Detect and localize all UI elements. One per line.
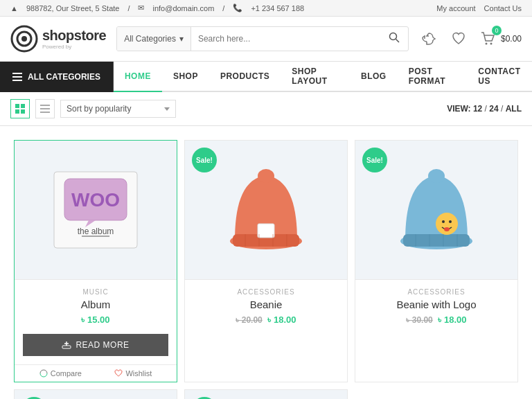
toolbar: Sort by popularity Sort by latest Sort b…	[0, 92, 532, 126]
address-text: 988782, Our Street, 5 State	[26, 4, 120, 12]
product-image-bottom-1: Sale!	[15, 390, 177, 399]
nav-item-shop[interactable]: SHOP	[162, 62, 209, 92]
svg-point-34	[442, 220, 445, 223]
nav-item-blog[interactable]: BLOG	[350, 62, 398, 92]
svg-rect-11	[40, 105, 50, 106]
cart-badge: 0	[492, 26, 502, 35]
navigation: ALL CATEGORIES HOME SHOP PRODUCTS SHOP L…	[0, 62, 532, 92]
hamburger-icon	[12, 73, 22, 81]
grid-view-button[interactable]	[10, 99, 30, 118]
my-account-link[interactable]: My account	[436, 4, 475, 12]
toolbar-right: VIEW: 12 / 24 / ALL	[447, 104, 522, 114]
product-category-beanie-logo: ACCESSORIES	[364, 288, 509, 296]
product-actions-album: Compare Wishlist	[15, 364, 177, 382]
sale-badge-beanie: Sale!	[192, 148, 217, 172]
old-price-beanie-logo: ৳ 30.00	[406, 315, 432, 325]
nav-item-post-format[interactable]: POST FORMAT	[398, 62, 468, 92]
top-bar: ▲ 988782, Our Street, 5 State / ✉ info@d…	[0, 0, 532, 17]
cart-wrapper[interactable]: 0 $0.00	[479, 29, 522, 48]
product-image-album: WOO the album	[15, 141, 177, 279]
svg-rect-12	[40, 108, 50, 109]
search-icon	[389, 32, 400, 43]
products-grid: WOO the album MUSIC Album ৳ 15.00 READ M…	[0, 126, 532, 399]
compare-icon	[39, 369, 48, 378]
nav-item-products[interactable]: PRODUCTS	[209, 62, 281, 92]
old-price-beanie: ৳ 20.00	[236, 315, 262, 325]
search-button[interactable]	[380, 27, 408, 51]
view-all-link[interactable]: ALL	[506, 104, 522, 114]
view-12-link[interactable]: 12	[473, 104, 482, 114]
product-image-bottom-2: Sale!	[185, 390, 347, 399]
phone-text: +1 234 567 188	[251, 4, 304, 12]
price-value-beanie: ৳ 18.00	[267, 314, 296, 325]
logo[interactable]: shopstore Powered by	[10, 25, 106, 53]
logo-text: shopstore Powered by	[42, 28, 106, 50]
location-icon: ▲	[10, 4, 18, 12]
list-view-button[interactable]	[35, 99, 55, 118]
read-more-button-album[interactable]: READ MORE	[23, 334, 168, 356]
product-card-album: WOO the album MUSIC Album ৳ 15.00 READ M…	[14, 140, 177, 382]
svg-point-35	[449, 220, 452, 223]
contact-us-link[interactable]: Contact Us	[484, 4, 522, 12]
nav-item-contact-us[interactable]: CONTACT US	[467, 62, 532, 92]
logo-icon	[10, 25, 38, 53]
svg-point-33	[436, 213, 458, 235]
product-image-beanie: Sale!	[185, 141, 347, 279]
product-name-beanie-logo: Beanie with Logo	[364, 299, 509, 310]
beanie-logo-hat-art	[395, 165, 478, 255]
svg-point-3	[389, 33, 396, 40]
separator: /	[127, 4, 130, 12]
search-category-dropdown[interactable]: All Categories ▾	[117, 27, 191, 51]
svg-point-5	[485, 43, 487, 45]
svg-rect-13	[40, 112, 50, 113]
compare-label: Compare	[51, 369, 82, 378]
hamburger-line-2	[12, 76, 22, 78]
nav-item-home[interactable]: HOME	[114, 62, 162, 92]
svg-rect-31	[403, 234, 470, 247]
list-icon	[40, 104, 50, 114]
view-label: VIEW:	[447, 104, 470, 114]
nav-item-shop-layout[interactable]: SHOP LAYOUT	[281, 62, 350, 92]
sale-badge-beanie-logo: Sale!	[362, 148, 387, 172]
svg-text:WOO: WOO	[71, 189, 120, 211]
logo-name: shopstore	[42, 28, 106, 44]
top-bar-right: My account Contact Us	[436, 4, 522, 12]
email-link[interactable]: info@domain.com	[152, 4, 214, 12]
search-input[interactable]	[191, 27, 380, 51]
product-category-beanie: ACCESSORIES	[193, 288, 339, 296]
header-icons: 0 $0.00	[419, 29, 522, 48]
product-category-album: MUSIC	[23, 288, 168, 296]
phone-icon: 📞	[233, 3, 242, 12]
product-info-beanie: ACCESSORIES Beanie ৳ 20.00 ৳ 18.00	[185, 279, 347, 334]
product-price-album: ৳ 15.00	[23, 314, 168, 326]
heart-icon	[451, 31, 466, 46]
product-card-bottom-2: Sale!	[184, 389, 348, 399]
product-info-album: MUSIC Album ৳ 15.00	[15, 279, 177, 334]
view-24-link[interactable]: 24	[489, 104, 498, 114]
svg-line-4	[396, 39, 399, 43]
price-value-album: ৳ 15.00	[81, 314, 109, 325]
product-card-beanie-logo: Sale!	[355, 140, 518, 382]
logo-sub: Powered by	[42, 44, 106, 50]
svg-point-6	[490, 43, 492, 45]
product-image-beanie-logo: Sale!	[355, 141, 517, 279]
wishlist-icon-button[interactable]	[449, 29, 468, 48]
product-name-album: Album	[23, 299, 168, 310]
product-info-beanie-logo: ACCESSORIES Beanie with Logo ৳ 30.00 ৳ 1…	[355, 279, 517, 334]
svg-point-25	[258, 169, 274, 183]
wishlist-button-album[interactable]: Wishlist	[114, 369, 152, 378]
sort-select[interactable]: Sort by popularity Sort by latest Sort b…	[60, 100, 176, 118]
product-card-bottom-3	[355, 389, 518, 399]
header: shopstore Powered by All Categories ▾	[0, 17, 532, 62]
chevron-down-icon: ▾	[179, 34, 184, 44]
svg-point-36	[444, 227, 450, 231]
all-categories-button[interactable]: ALL CATEGORIES	[0, 62, 114, 92]
compare-button-album[interactable]: Compare	[39, 369, 82, 378]
cart-icon-button[interactable]: 0	[479, 29, 498, 48]
svg-rect-10	[21, 109, 25, 114]
wishlist-label: Wishlist	[125, 369, 152, 378]
woo-album-art: WOO the album	[47, 165, 144, 255]
all-categories-label: ALL CATEGORIES	[28, 72, 100, 82]
recycle-icon-button[interactable]	[419, 29, 438, 48]
svg-point-32	[428, 169, 445, 183]
